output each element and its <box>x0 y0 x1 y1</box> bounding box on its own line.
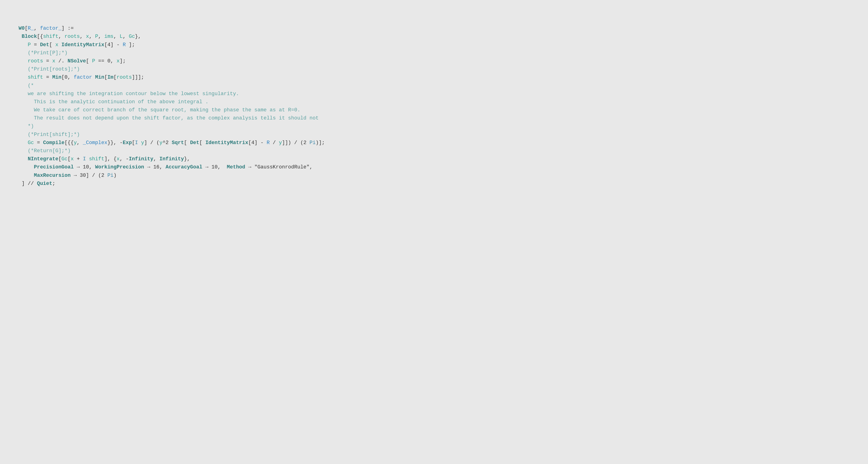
line-12: The result does not depend upon the shif… <box>19 115 319 121</box>
line-17: NIntegrate[Gc[x + I shift], {x, -Infinit… <box>19 156 190 162</box>
line-18: PrecisionGoal → 10, WorkingPrecision → 1… <box>19 164 312 170</box>
line-10: This is the analytic continuation of the… <box>19 99 209 105</box>
line-11: We take care of correct branch of the sq… <box>19 107 300 113</box>
line-4: (*Print[P];*) <box>19 50 67 56</box>
line-7: shift = Min[0, factor Min[Im[roots]]]; <box>19 74 144 80</box>
line-15: Gc = Compile[{{y, _Complex}}, -Exp[I y] … <box>19 140 325 146</box>
line-19: MaxRecursion → 30] / (2 Pi) <box>19 173 117 178</box>
line-13: *) <box>19 123 34 129</box>
line-9: we are shifting the integration contour … <box>19 91 239 97</box>
line-16: (*Return[G];*) <box>19 148 70 154</box>
line-14: (*Print[shift];*) <box>19 132 80 137</box>
line-1: W0[R_, factor_] := <box>19 26 74 31</box>
line-2: Block[{shift, roots, x, P, ims, L, Gc}, <box>19 34 141 39</box>
line-20: ] // Quiet; <box>19 181 55 187</box>
line-8: (* <box>19 83 34 89</box>
line-6: (*Print[roots];*) <box>19 66 80 72</box>
line-3: P = Det[ x IdentityMatrix[4] - R ]; <box>19 42 135 48</box>
line-5: roots = x /. NSolve[ P == 0, x]; <box>19 58 126 64</box>
code-block: W0[R_, factor_] := Block[{shift, roots, … <box>9 9 859 195</box>
